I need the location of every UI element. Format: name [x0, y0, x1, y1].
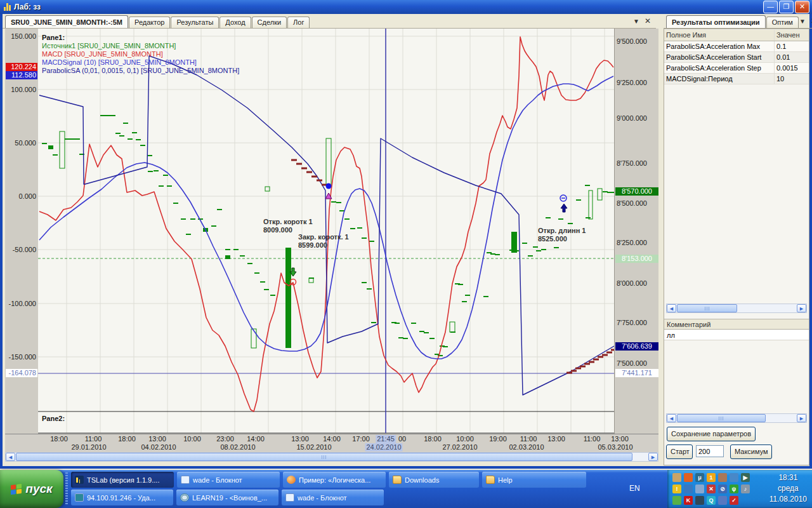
restore-button[interactable]: ❐: [779, 1, 794, 13]
tab-optimization[interactable]: Оптим: [766, 17, 799, 28]
remote-icon: [75, 493, 84, 502]
clock-date: 11.08.2010: [769, 494, 807, 505]
column-header-name[interactable]: Полное Имя: [664, 30, 774, 41]
tray-icon[interactable]: Q: [707, 496, 716, 505]
table-row[interactable]: ParabolicSA:Acceleration Step0.0015: [664, 63, 809, 74]
tray-icon[interactable]: ♪: [741, 485, 750, 493]
tray-icon[interactable]: ✕: [707, 485, 716, 493]
taskbar-button[interactable]: 94.100.91.246 - Уда...: [71, 490, 173, 505]
parameters-table[interactable]: Полное ИмяЗначенParabolicSA:Acceleration…: [664, 30, 809, 84]
doc-tab[interactable]: Сделки: [252, 17, 287, 28]
table-row[interactable]: MACDSignal:Период10: [664, 74, 809, 84]
chart-horizontal-scrollbar[interactable]: ◄ ►: [5, 452, 658, 462]
doc-tab[interactable]: Результаты: [171, 17, 219, 28]
right-axis-label: 7'441.171: [615, 369, 658, 377]
right-axis-label: 7'500.000: [617, 359, 647, 368]
doc-tab[interactable]: Редактор: [129, 17, 170, 28]
scroll-right-icon[interactable]: ►: [797, 414, 806, 422]
taskbar-button[interactable]: Help: [482, 472, 586, 488]
panel-splitter[interactable]: [658, 14, 664, 466]
panel-tab-dropdown-icon[interactable]: ▼: [799, 18, 806, 25]
tray-icon[interactable]: ψ: [730, 485, 738, 493]
comment-scroll-thumb[interactable]: [677, 414, 766, 422]
scroll-left-icon[interactable]: ◄: [6, 453, 15, 461]
start-button[interactable]: Старт: [666, 444, 693, 459]
scroll-left-icon[interactable]: ◄: [667, 304, 676, 312]
tab-close-icon[interactable]: ✕: [645, 17, 651, 25]
taskbar-button-label: wade - Блокнот: [193, 476, 242, 484]
tray-icon[interactable]: [684, 485, 693, 493]
left-axis-label: -150.000: [9, 353, 36, 361]
taskbar-button-label: Пример: «Логическа...: [299, 476, 370, 484]
param-name-cell: ParabolicSA:Acceleration Start: [664, 52, 774, 62]
close-button[interactable]: ✕: [795, 1, 809, 13]
chart-canvas[interactable]: [38, 29, 614, 434]
right-axis-label: 9'250.000: [617, 79, 647, 87]
language-indicator[interactable]: EN: [629, 484, 640, 493]
taskbar-button[interactable]: LEARN19 - <Воинов_...: [176, 490, 278, 505]
folder-icon: [393, 476, 402, 484]
tray-icon[interactable]: [684, 473, 693, 482]
taskbar-button[interactable]: Пример: «Логическа...: [283, 472, 386, 488]
time-tick: 11:00: [85, 435, 102, 443]
tray-icon[interactable]: !: [672, 485, 681, 493]
tray-icon[interactable]: [672, 473, 681, 482]
table-row[interactable]: ParabolicSA:Acceleration Start0.01: [664, 52, 809, 63]
series-MACD: [39, 37, 613, 411]
time-tick: 18:00: [424, 435, 442, 443]
right-axis-label: 7'606.639: [615, 342, 658, 351]
date-tick: 15.02.2010: [296, 443, 331, 451]
tray-icon[interactable]: [672, 496, 681, 505]
chart-scroll-thumb[interactable]: [16, 453, 632, 461]
tray-icon[interactable]: μ: [695, 473, 704, 482]
taskbar-button[interactable]: wade - Блокнот: [177, 472, 280, 488]
taskbar-button[interactable]: Downloads: [389, 472, 479, 488]
comment-value[interactable]: лл: [664, 330, 809, 340]
table-row[interactable]: ParabolicSA:Acceleration Max0.1: [664, 41, 809, 52]
chart-legend: Pane1: Источник1 [SRU0_JUNE_5MIN_8MONTH]…: [42, 34, 239, 75]
time-tick: 23:00: [216, 435, 234, 443]
tray-icon[interactable]: 1: [707, 473, 716, 482]
scroll-right-icon[interactable]: ►: [797, 304, 806, 312]
right-axis-label: 8'250.000: [617, 239, 647, 247]
right-axis-label: 9'000.000: [617, 114, 647, 123]
tray-icon[interactable]: ✓: [730, 496, 738, 505]
date-tick: 04.02.2010: [141, 443, 176, 451]
comment-horizontal-scrollbar[interactable]: ◄ ►: [666, 413, 807, 423]
doc-tab[interactable]: Доход: [219, 17, 251, 28]
spiral-icon: [180, 493, 189, 502]
legend-item: MACD [SRU0_JUNE_5MIN_8MONTH]: [42, 50, 239, 58]
tab-list-dropdown-icon[interactable]: ▼: [633, 18, 639, 25]
tab-optimization-results[interactable]: Результаты оптимизации: [666, 15, 766, 28]
legend-item: ParabolicSA (0,01, 0,0015, 0,1) [SRU0_JU…: [42, 67, 239, 75]
scroll-right-icon[interactable]: ►: [648, 453, 658, 461]
tray-icon[interactable]: [718, 496, 727, 505]
taskbar-button[interactable]: wade - Блокнот: [282, 490, 384, 505]
doc-tab-active[interactable]: SRU0_JUNE_5MIN_8MONTH:-:5M: [5, 15, 128, 28]
table-scroll-thumb[interactable]: [677, 304, 737, 312]
save-parameters-button[interactable]: Сохранение параметров: [667, 427, 756, 441]
start-menu-button[interactable]: пуск: [0, 470, 63, 508]
minimize-button[interactable]: —: [763, 1, 778, 13]
time-axis: 18:0011:0018:0013:0010:0023:0014:0013:00…: [5, 434, 658, 452]
taskbar-separator: [65, 472, 68, 505]
table-horizontal-scrollbar[interactable]: ◄ ►: [666, 304, 807, 313]
optimization-panel: Полное ИмяЗначенParabolicSA:Acceleration…: [664, 29, 809, 465]
time-tick: 00: [398, 435, 406, 443]
chart-plot[interactable]: Pane1: Источник1 [SRU0_JUNE_5MIN_8MONTH]…: [38, 29, 614, 434]
iterations-input[interactable]: [696, 445, 724, 457]
maximum-button[interactable]: Максимум: [730, 444, 772, 459]
column-header-value[interactable]: Значен: [774, 30, 809, 41]
doc-tab[interactable]: Лог: [287, 17, 310, 28]
tray-icon[interactable]: K: [684, 496, 693, 505]
scroll-left-icon[interactable]: ◄: [667, 414, 676, 422]
tray-icon[interactable]: ⊘: [718, 485, 727, 493]
tray-icon[interactable]: [718, 473, 727, 482]
tray-icon[interactable]: ▶: [741, 473, 750, 482]
tray-icon[interactable]: [695, 496, 704, 505]
pane2-label: Pane2:: [42, 415, 65, 422]
tray-icon[interactable]: [695, 485, 704, 493]
param-value-cell: 0.01: [774, 52, 809, 62]
tray-icon[interactable]: [730, 473, 738, 482]
taskbar-button[interactable]: TSLab (версия 1.1.9....: [71, 472, 174, 488]
